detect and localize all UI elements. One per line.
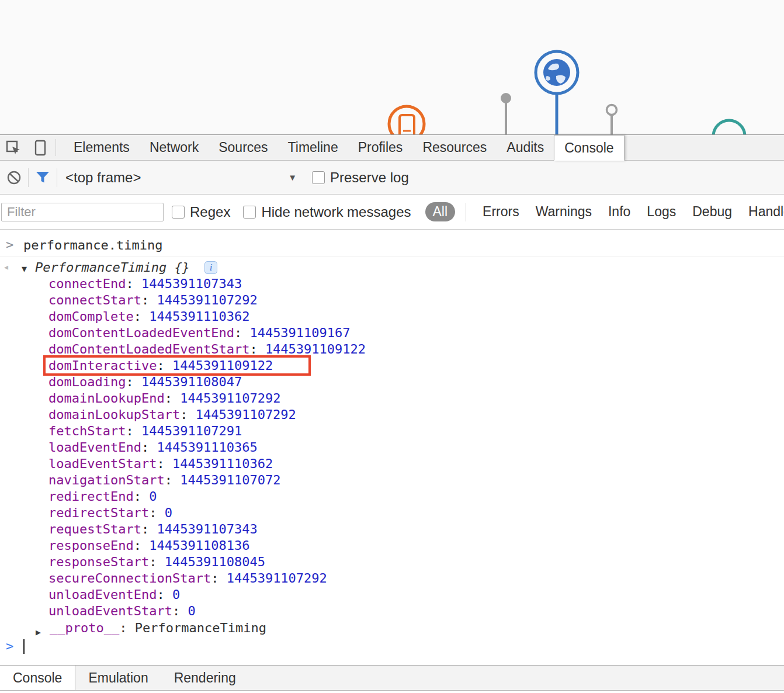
collapse-triangle-icon[interactable]: ▼: [22, 264, 27, 274]
regex-label: Regex: [190, 204, 230, 220]
regex-checkbox[interactable]: Regex: [172, 204, 230, 220]
property-name: domContentLoadedEventEnd: [48, 325, 234, 340]
property-name: redirectStart: [48, 505, 149, 520]
output-arrow-icon: ◂: [3, 261, 9, 273]
property-value: 0: [188, 604, 195, 618]
tab-audits[interactable]: Audits: [497, 135, 554, 160]
webpage-background: [0, 0, 784, 134]
tab-elements[interactable]: Elements: [64, 135, 140, 160]
echoed-command: performance.timing: [23, 238, 162, 252]
console-property-row: domLoading: 1445391108047: [0, 374, 784, 390]
console-property-row: requestStart: 1445391107343: [0, 521, 784, 538]
filter-funnel-icon: [35, 171, 50, 185]
bottom-strip: [0, 691, 784, 692]
tab-resources[interactable]: Resources: [412, 135, 497, 160]
property-name: loadEventEnd: [48, 440, 141, 455]
property-value: PerformanceTiming: [135, 621, 266, 635]
frame-context-label: <top frame>: [65, 169, 141, 186]
property-name: __proto__: [50, 621, 119, 635]
clear-console-icon: [6, 170, 22, 185]
property-name: connectStart: [48, 293, 141, 307]
tab-network[interactable]: Network: [140, 135, 209, 160]
property-value: 0: [149, 489, 157, 504]
console-property-row: unloadEventStart: 0: [0, 603, 784, 619]
hide-network-messages-checkbox[interactable]: Hide network messages: [243, 204, 411, 220]
device-mode-button[interactable]: [27, 135, 54, 160]
console-property-row: redirectEnd: 0: [0, 488, 784, 505]
map-pin-icon-2: [607, 105, 617, 135]
property-name: unloadEventStart: [48, 604, 172, 618]
property-name: navigationStart: [48, 473, 165, 487]
text-cursor: [23, 639, 25, 654]
inspect-element-button[interactable]: [0, 135, 27, 160]
drawer-tab-console[interactable]: Console: [0, 666, 75, 690]
property-name: domContentLoadedEventStart: [48, 342, 249, 356]
toolbar-divider: [55, 139, 56, 156]
property-value: 1445391107343: [141, 276, 242, 291]
devtools-panel: ElementsNetworkSourcesTimelineProfilesRe…: [0, 134, 784, 692]
inspect-element-icon: [6, 140, 21, 155]
filter-button[interactable]: [29, 161, 57, 194]
frame-context-select[interactable]: <top frame> ▼: [65, 169, 297, 186]
console-property-row: domContentLoadedEventStart: 144539110912…: [0, 341, 784, 358]
property-name: domainLookupEnd: [48, 391, 165, 406]
property-value: 1445391110362: [172, 456, 273, 471]
console-toolbar: <top frame> ▼ Preserve log: [0, 161, 784, 195]
filter-level-all[interactable]: All: [425, 202, 456, 221]
property-name: fetchStart: [48, 424, 126, 438]
property-value: 1445391109167: [249, 325, 350, 340]
console-prompt[interactable]: >: [0, 637, 784, 657]
property-name: unloadEventEnd: [48, 587, 157, 602]
highlight-box: domInteractive: 1445391109122: [46, 358, 308, 373]
proto-row: ▶ __proto__: PerformanceTiming: [0, 619, 784, 637]
property-value: 0: [165, 505, 172, 520]
property-value: 1445391107343: [157, 522, 257, 536]
filter-level-logs[interactable]: Logs: [647, 204, 676, 220]
property-name: redirectEnd: [48, 489, 134, 504]
drawer-tab-emulation[interactable]: Emulation: [75, 666, 161, 690]
filter-input[interactable]: [1, 203, 164, 221]
tab-sources[interactable]: Sources: [209, 135, 277, 160]
screen: ElementsNetworkSourcesTimelineProfilesRe…: [0, 0, 784, 693]
console-filter-bar: Regex Hide network messages AllErrorsWar…: [0, 195, 784, 230]
preserve-log-label: Preserve log: [330, 169, 409, 186]
drawer-tab-rendering[interactable]: Rendering: [161, 666, 249, 690]
console-property-row: domainLookupStart: 1445391107292: [0, 407, 784, 423]
property-name: domLoading: [48, 375, 126, 389]
property-value: 1445391107291: [141, 424, 242, 438]
drawer-tabbar: ConsoleEmulationRendering: [0, 665, 784, 691]
info-icon[interactable]: i: [204, 261, 217, 274]
teal-circle-icon: [713, 120, 745, 134]
property-name: domainLookupStart: [48, 407, 180, 422]
property-value: 1445391107292: [227, 571, 327, 585]
prompt-chevron-icon: >: [6, 639, 13, 653]
colon: :: [119, 621, 135, 635]
property-value: 1445391107292: [157, 293, 257, 307]
main-tabs: ElementsNetworkSourcesTimelineProfilesRe…: [64, 135, 625, 160]
device-mode-icon: [34, 140, 46, 156]
filter-levels: AllErrorsWarningsInfoLogsDebugHandled: [411, 202, 784, 221]
console-property-row: domComplete: 1445391110362: [0, 309, 784, 325]
device-icon: [389, 106, 424, 134]
console-property-row: responseEnd: 1445391108136: [0, 538, 784, 554]
filter-level-info[interactable]: Info: [608, 204, 630, 220]
property-name: responseEnd: [48, 538, 134, 553]
console-property-row: loadEventEnd: 1445391110365: [0, 439, 784, 456]
console-property-row: connectStart: 1445391107292: [0, 292, 784, 309]
result-object-name[interactable]: PerformanceTiming: [35, 260, 166, 275]
clear-console-button[interactable]: [0, 161, 28, 194]
filter-level-handled[interactable]: Handled: [748, 204, 784, 220]
filter-level-debug[interactable]: Debug: [692, 204, 732, 220]
console-property-row: domInteractive: 1445391109122: [0, 358, 784, 374]
preserve-log-checkbox[interactable]: Preserve log: [312, 169, 409, 186]
tab-console[interactable]: Console: [554, 135, 624, 161]
tab-timeline[interactable]: Timeline: [278, 135, 348, 160]
property-value: 1445391109122: [265, 342, 366, 356]
tab-profiles[interactable]: Profiles: [348, 135, 413, 160]
checkbox-box: [243, 206, 256, 219]
filter-level-errors[interactable]: Errors: [483, 204, 519, 220]
console-property-row: navigationStart: 1445391107072: [0, 472, 784, 488]
toolbar-divider: [466, 203, 466, 221]
filter-level-warnings[interactable]: Warnings: [536, 204, 592, 220]
property-value: 1445391109122: [172, 358, 273, 373]
